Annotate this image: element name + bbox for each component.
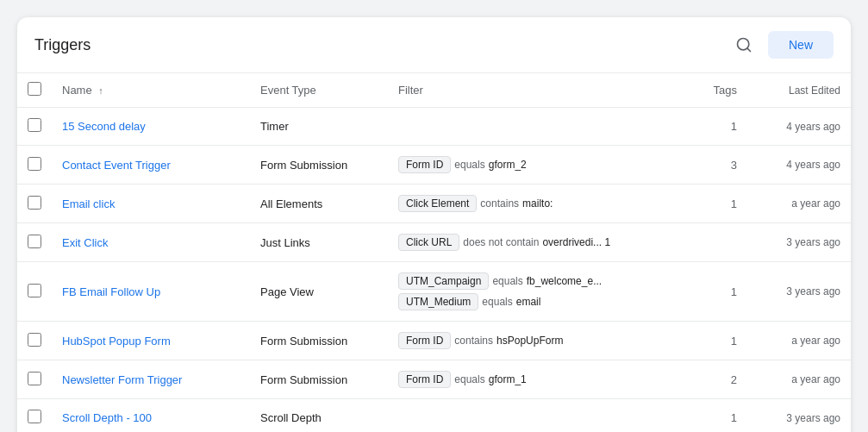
row-checkbox[interactable] (28, 196, 41, 210)
filter-group: Form IDequalsgform_2 (398, 156, 685, 173)
triggers-card: Triggers New Name ↑ Event Type (17, 17, 851, 432)
filter-value: mailto: (522, 197, 553, 210)
row-checkbox[interactable] (28, 118, 41, 132)
table-row: FB Email Follow UpPage ViewUTM_Campaigne… (17, 262, 851, 322)
filter-operator: does not contain (463, 236, 539, 248)
row-checkbox-cell (17, 262, 52, 322)
table-row: HubSpot Popup FormForm SubmissionForm ID… (17, 322, 851, 360)
row-checkbox[interactable] (28, 235, 41, 248)
trigger-name-link[interactable]: HubSpot Popup Form (62, 335, 171, 347)
filter-badge: Form ID (398, 332, 451, 349)
table-body: 15 Second delayTimer14 years agoContact … (17, 108, 851, 433)
filter-badge: Form ID (398, 156, 451, 173)
filter-group: Click URLdoes not containoverdrivedi... … (398, 234, 685, 251)
filter-row: UTM_Mediumequalsemail (398, 293, 685, 310)
sort-ascending-icon: ↑ (98, 85, 103, 96)
select-all-header (17, 73, 52, 108)
filter-row: Form IDequalsgform_2 (398, 156, 685, 173)
select-all-checkbox[interactable] (28, 82, 41, 96)
table-row: Contact Event TriggerForm SubmissionForm… (17, 146, 851, 185)
row-checkbox-cell (17, 223, 52, 262)
row-checkbox[interactable] (28, 157, 41, 171)
trigger-name-cell: Email click (52, 185, 250, 223)
last-edited-cell: 3 years ago (747, 223, 851, 262)
tags-cell: 1 (696, 108, 747, 146)
trigger-name-cell: Scroll Depth - 100 (52, 399, 250, 433)
last-edited-cell: 4 years ago (747, 146, 851, 185)
last-edited-cell: 3 years ago (747, 262, 851, 322)
table-header-row: Name ↑ Event Type Filter Tags Last Edite… (17, 73, 851, 108)
last-edited-column-header: Last Edited (747, 73, 851, 108)
header-actions: New (730, 31, 834, 59)
filter-cell: UTM_Campaignequalsfb_welcome_e...UTM_Med… (388, 262, 696, 322)
filter-operator: contains (480, 197, 519, 210)
filter-row: Click URLdoes not containoverdrivedi... … (398, 234, 685, 251)
filter-value: email (516, 296, 541, 308)
filter-cell: Click URLdoes not containoverdrivedi... … (388, 223, 696, 262)
filter-cell: Form IDcontainshsPopUpForm (388, 322, 696, 360)
trigger-name-cell: FB Email Follow Up (52, 262, 250, 322)
new-button[interactable]: New (768, 31, 834, 59)
tags-cell: 3 (696, 146, 747, 185)
event-type-cell: Timer (250, 108, 388, 146)
row-checkbox[interactable] (28, 333, 41, 347)
trigger-name-link[interactable]: 15 Second delay (62, 120, 146, 133)
last-edited-cell: a year ago (747, 360, 851, 399)
table-row: Scroll Depth - 100Scroll Depth13 years a… (17, 399, 851, 433)
row-checkbox[interactable] (28, 410, 41, 423)
filter-value: fb_welcome_e... (527, 275, 602, 287)
filter-badge: Click Element (398, 195, 477, 212)
tags-cell: 1 (696, 322, 747, 360)
filter-cell: Click Elementcontainsmailto: (388, 185, 696, 223)
card-header: Triggers New (17, 17, 851, 73)
filter-badge: Click URL (398, 234, 459, 251)
trigger-name-cell: Newsletter Form Trigger (52, 360, 250, 399)
filter-group: Form IDequalsgform_1 (398, 371, 685, 388)
trigger-name-link[interactable]: Scroll Depth - 100 (62, 411, 152, 424)
filter-value: gform_2 (489, 159, 527, 171)
filter-value: gform_1 (489, 373, 527, 385)
filter-cell: Form IDequalsgform_1 (388, 360, 696, 399)
row-checkbox-cell (17, 399, 52, 433)
row-checkbox[interactable] (28, 284, 41, 297)
filter-group: Click Elementcontainsmailto: (398, 195, 685, 212)
event-type-cell: Just Links (250, 223, 388, 262)
event-type-cell: Scroll Depth (250, 399, 388, 433)
table-row: Newsletter Form TriggerForm SubmissionFo… (17, 360, 851, 399)
trigger-name-link[interactable]: Exit Click (62, 236, 108, 249)
event-type-column-header: Event Type (250, 73, 388, 108)
triggers-table: Name ↑ Event Type Filter Tags Last Edite… (17, 73, 851, 432)
event-type-cell: Page View (250, 262, 388, 322)
filter-row: UTM_Campaignequalsfb_welcome_e... (398, 272, 685, 290)
table-row: Exit ClickJust LinksClick URLdoes not co… (17, 223, 851, 262)
last-edited-cell: 4 years ago (747, 108, 851, 146)
trigger-name-link[interactable]: FB Email Follow Up (62, 285, 160, 298)
event-type-cell: All Elements (250, 185, 388, 223)
filter-operator: equals (492, 275, 522, 287)
trigger-name-link[interactable]: Newsletter Form Trigger (62, 373, 182, 386)
row-checkbox-cell (17, 146, 52, 185)
filter-row: Click Elementcontainsmailto: (398, 195, 685, 212)
tags-cell (696, 223, 747, 262)
tags-cell: 1 (696, 185, 747, 223)
filter-cell (388, 108, 696, 146)
trigger-name-cell: HubSpot Popup Form (52, 322, 250, 360)
filter-cell (388, 399, 696, 433)
last-edited-cell: a year ago (747, 185, 851, 223)
tags-cell: 1 (696, 399, 747, 433)
trigger-name-link[interactable]: Email click (62, 197, 115, 210)
table-row: Email clickAll ElementsClick Elementcont… (17, 185, 851, 223)
filter-badge: UTM_Campaign (398, 272, 489, 290)
trigger-name-cell: Exit Click (52, 223, 250, 262)
filter-operator: contains (454, 335, 493, 347)
name-header-label: Name (62, 84, 92, 97)
row-checkbox[interactable] (28, 372, 41, 385)
filter-badge: Form ID (398, 371, 451, 388)
filter-row: Form IDcontainshsPopUpForm (398, 332, 685, 349)
filter-group: UTM_Campaignequalsfb_welcome_e...UTM_Med… (398, 272, 685, 310)
filter-value: hsPopUpForm (496, 335, 563, 347)
search-button[interactable] (730, 31, 758, 59)
name-column-header[interactable]: Name ↑ (52, 73, 250, 108)
trigger-name-link[interactable]: Contact Event Trigger (62, 159, 171, 172)
event-type-cell: Form Submission (250, 322, 388, 360)
